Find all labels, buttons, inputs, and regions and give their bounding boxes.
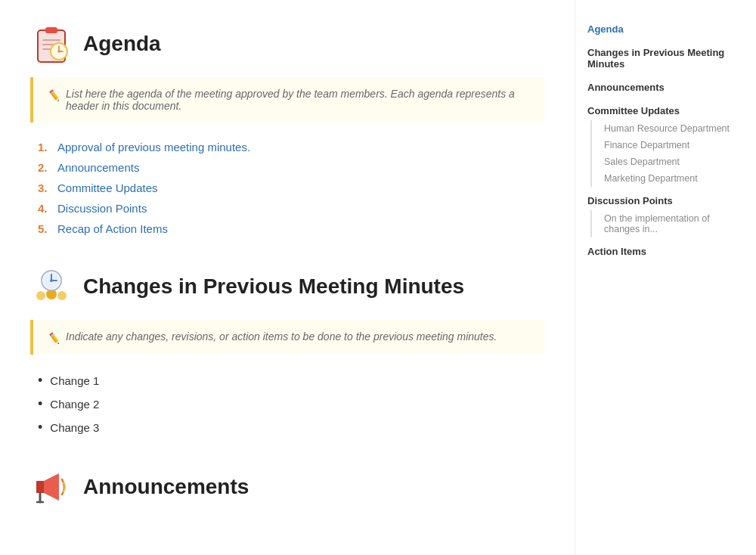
list-item[interactable]: Discussion Points <box>38 202 544 215</box>
pencil-icon: ✏️ <box>47 89 60 101</box>
sidebar-subitem-sales[interactable]: Sales Department <box>590 153 744 170</box>
changes-title: Changes in Previous Meeting Minutes <box>83 274 464 299</box>
changes-list: Change 1 Change 2 Change 3 <box>30 373 544 436</box>
sidebar-subitem-marketing[interactable]: Marketing Department <box>590 170 744 187</box>
list-item[interactable]: Committee Updates <box>38 181 544 194</box>
pencil-icon-2: ✏️ <box>47 332 60 344</box>
svg-rect-2 <box>45 27 57 33</box>
changes-info-text: Indicate any changes, revisions, or acti… <box>66 330 497 343</box>
changes-info-box: ✏️ Indicate any changes, revisions, or a… <box>30 320 544 355</box>
sidebar-item-changes[interactable]: Changes in Previous Meeting Minutes <box>587 43 744 73</box>
svg-rect-20 <box>36 481 44 493</box>
announcements-header: Announcements <box>30 466 544 508</box>
agenda-icon <box>30 23 73 65</box>
sidebar-item-agenda[interactable]: Agenda <box>587 20 744 39</box>
agenda-list: Approval of previous meeting minutes. An… <box>30 141 544 235</box>
main-content: Agenda ✏️ List here the agenda of the me… <box>0 0 575 555</box>
list-item: Change 1 <box>38 373 544 389</box>
svg-point-11 <box>36 291 45 300</box>
sidebar-subitem-discussion-1[interactable]: On the implementation of changes in... <box>590 210 744 237</box>
list-item[interactable]: Approval of previous meeting minutes. <box>38 141 544 153</box>
changes-header: Changes in Previous Meeting Minutes <box>30 265 544 308</box>
sidebar-item-announcements[interactable]: Announcements <box>587 78 744 97</box>
sidebar-subitem-hr[interactable]: Human Resource Department <box>590 120 744 137</box>
list-item: Change 3 <box>38 420 544 436</box>
agenda-title: Agenda <box>83 32 161 56</box>
list-item[interactable]: Announcements <box>38 161 544 174</box>
svg-point-10 <box>58 51 60 53</box>
agenda-info-text: List here the agenda of the meeting appr… <box>66 88 531 112</box>
svg-point-18 <box>50 279 53 282</box>
svg-rect-3 <box>42 39 60 41</box>
agenda-section: Agenda ✏️ List here the agenda of the me… <box>30 23 544 235</box>
sidebar: Agenda Changes in Previous Meeting Minut… <box>575 0 756 555</box>
announcements-section: Announcements <box>30 466 544 508</box>
sidebar-item-committee[interactable]: Committee Updates <box>587 101 744 120</box>
agenda-info-box: ✏️ List here the agenda of the meeting a… <box>30 77 544 122</box>
sidebar-subitem-finance[interactable]: Finance Department <box>590 137 744 153</box>
announcements-icon <box>30 466 73 508</box>
announcements-title: Announcements <box>83 475 249 499</box>
list-item: Change 2 <box>38 396 544 412</box>
list-item[interactable]: Recap of Action Items <box>38 222 544 235</box>
agenda-header: Agenda <box>30 23 544 65</box>
svg-point-13 <box>57 291 67 300</box>
sidebar-item-action[interactable]: Action Items <box>587 242 744 261</box>
changes-section: Changes in Previous Meeting Minutes ✏️ I… <box>30 265 544 436</box>
sidebar-item-discussion[interactable]: Discussion Points <box>587 191 744 210</box>
changes-icon <box>30 265 73 308</box>
